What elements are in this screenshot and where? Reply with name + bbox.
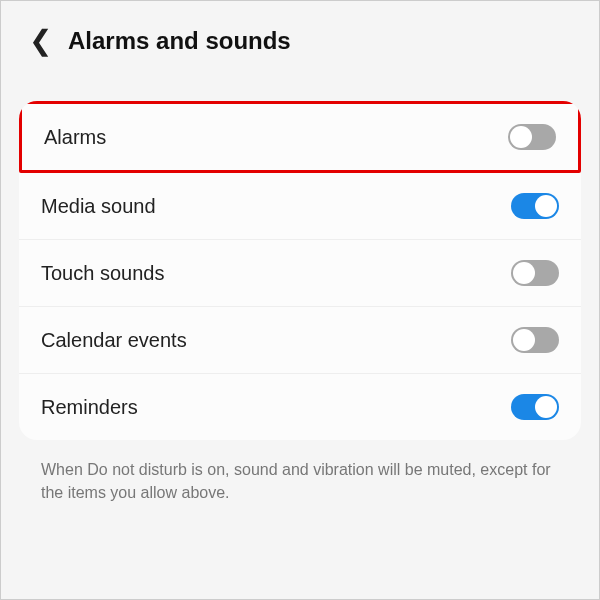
header: ❮ Alarms and sounds bbox=[19, 19, 581, 73]
page-title: Alarms and sounds bbox=[68, 27, 291, 55]
toggle-reminders[interactable] bbox=[511, 394, 559, 420]
setting-label: Media sound bbox=[41, 195, 156, 218]
setting-label: Reminders bbox=[41, 396, 138, 419]
toggle-media-sound[interactable] bbox=[511, 193, 559, 219]
toggle-knob bbox=[510, 126, 532, 148]
toggle-knob bbox=[535, 396, 557, 418]
footer-description: When Do not disturb is on, sound and vib… bbox=[19, 440, 581, 522]
setting-label: Calendar events bbox=[41, 329, 187, 352]
setting-row-touch-sounds[interactable]: Touch sounds bbox=[19, 240, 581, 307]
toggle-knob bbox=[535, 195, 557, 217]
setting-row-reminders[interactable]: Reminders bbox=[19, 374, 581, 440]
toggle-alarms[interactable] bbox=[508, 124, 556, 150]
setting-row-calendar-events[interactable]: Calendar events bbox=[19, 307, 581, 374]
toggle-touch-sounds[interactable] bbox=[511, 260, 559, 286]
settings-list: Alarms Media sound Touch sounds Calendar… bbox=[19, 101, 581, 440]
toggle-knob bbox=[513, 262, 535, 284]
setting-row-media-sound[interactable]: Media sound bbox=[19, 173, 581, 240]
setting-label: Alarms bbox=[44, 126, 106, 149]
setting-label: Touch sounds bbox=[41, 262, 164, 285]
settings-screen: ❮ Alarms and sounds Alarms Media sound T… bbox=[0, 0, 600, 600]
setting-row-alarms[interactable]: Alarms bbox=[19, 101, 581, 173]
toggle-knob bbox=[513, 329, 535, 351]
toggle-calendar-events[interactable] bbox=[511, 327, 559, 353]
back-icon[interactable]: ❮ bbox=[29, 27, 52, 55]
